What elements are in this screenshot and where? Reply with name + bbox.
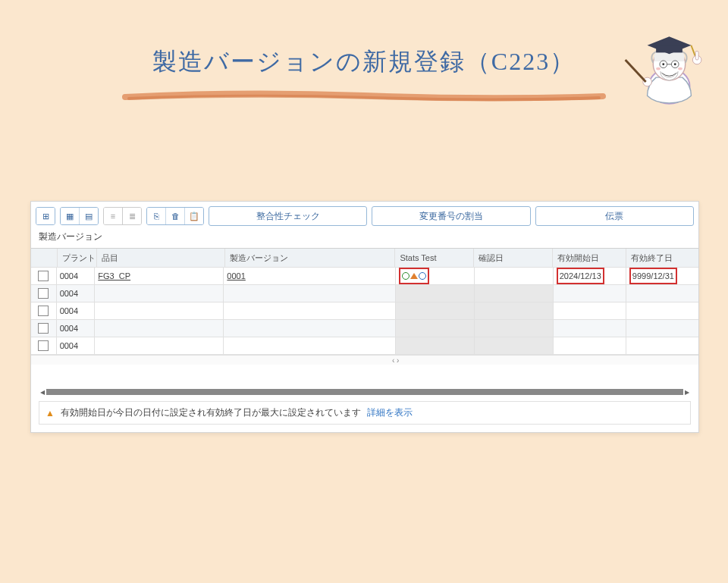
status-detail-link[interactable]: 詳細を表示 [367,406,413,419]
col-confirm-date[interactable]: 確認日 [474,249,553,267]
cell-item-link[interactable]: FG3_CP [98,271,130,281]
table-row[interactable]: 0004 [31,302,698,320]
layout-list-icon[interactable]: ▤ [80,208,98,224]
stats-highlight [399,268,429,284]
cell-valid-from: 2024/12/13 [560,271,601,281]
cell-confirm-date [475,268,554,284]
svg-point-8 [678,67,682,71]
cell-plant: 0004 [57,268,96,284]
insert-row-icon[interactable]: ⊞ [36,208,55,224]
cell-valid-to: 9999/12/31 [632,271,674,281]
row-checkbox[interactable] [38,323,49,334]
svg-point-5 [662,63,664,65]
consistency-check-button[interactable]: 整合性チェック [209,206,367,226]
cell-plant: 0004 [57,302,96,319]
svg-rect-10 [656,45,682,53]
row-checkbox[interactable] [38,306,49,316]
valid-to-highlight: 9999/12/31 [629,268,677,284]
delete-icon[interactable]: 🗑 [166,208,185,224]
svg-line-11 [691,45,695,57]
row-checkbox[interactable] [38,340,49,351]
col-item[interactable]: 品目 [97,249,225,267]
row-checkbox[interactable] [38,288,49,299]
status-bar: ▲ 有効開始日が今日の日付に設定され有効終了日が最大に設定されています 詳細を表… [39,401,691,425]
slip-button[interactable]: 伝票 [535,206,694,226]
col-valid-from[interactable]: 有効開始日 [553,249,626,267]
layout-grid-icon[interactable]: ▦ [61,208,80,224]
col-stats[interactable]: Stats Test [395,249,474,267]
cell-plant: 0004 [57,320,96,337]
horizontal-scrollbar[interactable]: ◀ ▶ [39,387,691,397]
col-plant[interactable]: プラント [58,249,97,267]
row-checkbox[interactable] [38,271,49,281]
stats-test-icons [402,272,426,280]
title-underline [121,88,607,105]
toolbar: ⊞ ▦ ▤ ≡ ≣ ⎘ 🗑 📋 整合性チェック 変更番号の割当 伝票 [31,202,698,229]
valid-from-highlight: 2024/12/13 [557,268,604,284]
col-valid-to[interactable]: 有効終了日 [626,249,698,267]
scroll-left-icon[interactable]: ◀ [39,388,46,396]
table-row[interactable]: 0004 FG3_CP 0001 2024/12/13 [31,268,698,285]
sort-asc-icon[interactable]: ≡ [104,208,123,224]
paste-icon[interactable]: 📋 [185,208,203,224]
sort-desc-icon[interactable]: ≣ [123,208,141,224]
cell-version-link[interactable]: 0001 [227,271,245,281]
status-message: 有効開始日が今日の日付に設定され有効終了日が最大に設定されています [61,406,361,419]
cell-plant: 0004 [57,285,96,302]
data-grid: プラント 品目 製造バージョン Stats Test 確認日 有効開始日 有効終… [31,248,698,365]
cell-plant: 0004 [57,337,96,354]
sap-panel: ⊞ ▦ ▤ ≡ ≣ ⎘ 🗑 📋 整合性チェック 変更番号の割当 伝票 製造バージ… [30,201,699,433]
section-label: 製造バージョン [31,229,698,248]
mascot-professor [618,19,720,121]
col-version[interactable]: 製造バージョン [225,249,396,267]
svg-point-7 [656,67,661,71]
assign-change-number-button[interactable]: 変更番号の割当 [372,206,530,226]
warning-icon: ▲ [46,408,55,418]
svg-point-6 [674,63,676,65]
copy-icon[interactable]: ⎘ [147,208,166,224]
scroll-right-icon[interactable]: ▶ [683,388,691,396]
table-row[interactable]: 0004 [31,337,698,355]
table-row[interactable]: 0004 [31,320,698,337]
svg-line-14 [626,60,646,82]
table-row[interactable]: 0004 [31,285,698,302]
svg-rect-16 [695,51,698,60]
grid-horizontal-scroll-hint[interactable]: ‹ › [31,355,698,365]
